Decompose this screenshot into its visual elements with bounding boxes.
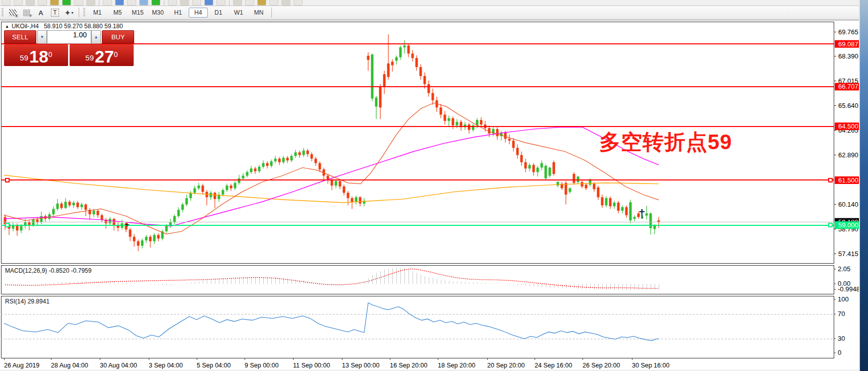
volume-input[interactable]: 1.00 [47,30,91,44]
volume-decrease-button[interactable]: ▼ [37,30,47,44]
candle-body [262,163,265,167]
time-axis-label[interactable]: 20 Sep 20:00 [487,362,525,369]
chart-ohlc-values: 58.910 59.270 58.880 59.180 [44,23,123,30]
candle-body [424,76,426,84]
timeframe-button-M30[interactable]: M30 [148,8,167,18]
chart-marker[interactable]: † [639,207,645,220]
hline-handle[interactable] [6,223,9,227]
time-axis-label[interactable]: 26 Sep 20:00 [583,362,620,369]
timeframe-button-M1[interactable]: M1 [88,8,107,18]
price-axis-label: 69.765 [838,28,858,36]
timeframe-button-W1[interactable]: W1 [229,8,248,18]
toolbar-icon[interactable] [38,0,47,6]
toolbar-icon[interactable] [294,0,303,6]
candle-body [282,158,285,162]
toolbar-icon[interactable] [74,0,83,6]
candle-body [391,61,394,65]
time-axis-label[interactable]: 18 Sep 20:00 [438,362,475,369]
ask-price-big: 27 [95,48,114,65]
toolbar-icon[interactable] [62,0,71,6]
candle-body [52,209,55,214]
timeframe-button-M15[interactable]: M15 [128,8,147,18]
candle-body [573,174,575,183]
time-axis-label[interactable]: 16 Sep 20:00 [390,362,427,369]
time-axis-label[interactable]: 13 Sep 00:00 [342,362,379,369]
volume-increase-button[interactable]: ▲ [91,30,101,44]
candle-body [597,188,600,198]
candle-body [315,159,317,163]
toolbar-drag-handle[interactable] [2,8,4,17]
timeframe-button-M5[interactable]: M5 [108,8,127,18]
time-axis-label[interactable]: 11 Sep 00:00 [293,362,330,369]
ask-price-display[interactable]: 59 27 0 [70,44,134,66]
toolbar-icon[interactable] [216,0,225,6]
candle-body [585,184,588,188]
bid-price-display[interactable]: 59 18 0 [4,44,68,66]
candle-body [157,235,160,238]
toolbar-icon[interactable] [257,0,266,6]
shapes-dropdown-icon[interactable]: ✦▾ [64,8,75,18]
toolbar-icon[interactable] [103,0,112,6]
toolbar-icon[interactable] [115,0,124,6]
chart-annotation-text[interactable]: 多空转折点59 [599,128,732,156]
toolbar-icon[interactable] [204,0,213,6]
hline-handle[interactable] [829,178,832,182]
grid-f-icon[interactable]: F [21,8,32,18]
window-border[interactable] [860,0,868,371]
timeframe-button-MN[interactable]: MN [249,8,268,18]
toolbar-icon[interactable] [269,0,278,6]
price-badge-label: 61.500 [838,176,858,184]
toolbar-drag-handle[interactable] [83,8,85,17]
time-axis-label[interactable]: 26 Aug 2019 [4,362,39,369]
candle-body [359,197,362,203]
candle-body [367,56,370,60]
toolbar-icon[interactable] [86,0,95,6]
time-axis-label[interactable]: 24 Sep 16:00 [535,362,572,369]
hline-handle[interactable] [6,178,9,182]
sell-button[interactable]: SELL [4,30,36,44]
toolbar-icon[interactable] [192,0,201,6]
buy-button[interactable]: BUY [102,30,134,44]
text-tool-icon[interactable]: T [49,8,61,18]
toolbar-icon[interactable] [50,0,59,6]
rsi-scale-label: 70 [838,310,845,318]
candle [553,160,555,175]
price-badge-label: 69.087 [838,40,858,48]
toolbar-icon[interactable] [281,0,291,6]
toolbar-icon[interactable] [168,0,177,6]
toolbar-icon[interactable] [151,0,160,6]
candle-body [339,181,341,187]
toolbar-separator [271,8,272,18]
timeframe-button-D1[interactable]: D1 [209,8,228,18]
toolbar-icon[interactable] [139,0,148,6]
candle-body [613,203,616,206]
toolbar-icon[interactable] [127,0,136,6]
time-axis-label[interactable]: 5 Sep 04:00 [197,362,230,369]
time-axis-label[interactable]: 30 Aug 04:00 [100,362,137,369]
toolbar-icon[interactable] [26,0,35,6]
toolbar-icon[interactable] [14,0,23,6]
chart-marker[interactable]: + [125,220,130,229]
toolbar-icon[interactable] [245,0,254,6]
candle-body [202,186,204,192]
candle-body [222,190,224,195]
letter-a-icon[interactable]: A [35,8,46,18]
timeframe-button-H4[interactable]: H4 [189,8,208,18]
time-axis-label[interactable]: 28 Aug 04:00 [51,362,88,369]
time-axis-label[interactable]: 30 Sep 16:00 [632,362,669,369]
time-axis-label[interactable]: 9 Sep 00:00 [245,362,278,369]
candle [545,164,547,180]
time-axis-label[interactable]: 3 Sep 04:00 [149,362,183,369]
candle-body [553,162,555,174]
candle-body [278,159,281,162]
candle-body [242,176,245,178]
timeframe-button-H1[interactable]: H1 [168,8,188,18]
hatch-e-icon[interactable]: E [7,8,18,18]
collapse-arrow-icon[interactable]: ▲ [5,24,9,29]
toolbar-icon[interactable] [233,0,242,6]
mt4-window: EFAT✦▾M1M5M15M30H1H4D1W1MN ▲ UKOil-,H4 5… [0,0,868,371]
toolbar-icon[interactable] [2,0,11,6]
hline-handle[interactable] [829,223,832,227]
toolbar-icon[interactable] [180,0,189,6]
candle-body [480,120,483,125]
